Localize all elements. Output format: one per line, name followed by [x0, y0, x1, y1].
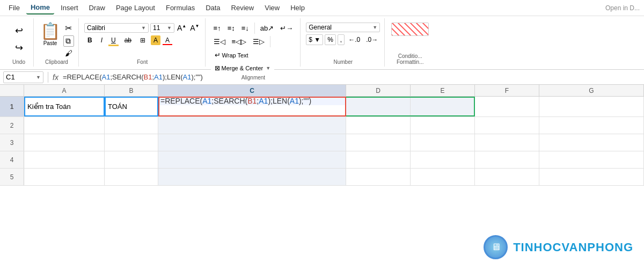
cell-e1[interactable] — [411, 97, 475, 116]
col-header-e[interactable]: E — [411, 85, 475, 97]
col-header-b[interactable]: B — [105, 85, 158, 97]
cell-c2[interactable] — [158, 117, 346, 134]
strikethrough-button[interactable]: ab — [121, 35, 135, 46]
menu-insert[interactable]: Insert — [56, 2, 83, 14]
merge-center-button[interactable]: ⊠ Merge & Center ▼ — [211, 63, 275, 74]
formula-input[interactable]: =REPLACE(A1;SEARCH(B1;A1);LEN(A1);"") — [63, 73, 641, 81]
col-header-c[interactable]: C — [158, 85, 346, 97]
underline-button[interactable]: U — [108, 35, 119, 46]
cell-d2[interactable] — [346, 117, 411, 134]
align-top-button[interactable]: ≡↑ — [211, 23, 224, 34]
col-header-d[interactable]: D — [346, 85, 411, 97]
row-num-4[interactable]: 4 — [0, 151, 24, 168]
redo-button[interactable]: ↪ — [14, 41, 24, 55]
cell-g3[interactable] — [539, 134, 644, 151]
decrease-font-button[interactable]: A▼ — [189, 23, 200, 33]
align-middle-button[interactable]: ≡↕ — [225, 23, 238, 34]
cell-b5[interactable] — [105, 169, 158, 185]
col-header-f[interactable]: F — [475, 85, 539, 97]
cell-e5[interactable] — [411, 169, 475, 185]
number-format-arrow: ▼ — [372, 25, 377, 30]
menu-review[interactable]: Review — [227, 2, 259, 14]
align-center-button[interactable]: ≡◁▷ — [229, 36, 250, 47]
cell-b4[interactable] — [105, 151, 158, 168]
cell-f4[interactable] — [475, 151, 539, 168]
font-size-selector[interactable]: 11 ▼ — [150, 23, 174, 33]
cell-c1-formula: =REPLACE(A1;SEARCH(B1;A1);LEN(A1);"") — [160, 97, 311, 105]
border-button[interactable]: ⊞ — [137, 35, 149, 46]
increase-indent-button[interactable]: ↵→ — [277, 23, 296, 34]
align-bottom-button[interactable]: ≡↓ — [239, 23, 252, 34]
conditional-formatting-preview[interactable] — [391, 23, 429, 36]
cell-g2[interactable] — [539, 117, 644, 134]
cell-b2[interactable] — [105, 117, 158, 134]
wrap-text-label: Wrap Text — [222, 52, 248, 59]
ribbon-group-alignment: ≡↑ ≡↕ ≡↓ ab↗ ↵→ ☰◁ ≡◁▷ ☰▷ ↵ Wrap Text — [207, 18, 301, 67]
decrease-decimal-button[interactable]: ←.0 — [346, 35, 362, 45]
font-name-dropdown-arrow: ▼ — [141, 25, 146, 31]
font-name-value: Calibri — [87, 24, 105, 32]
row-num-1[interactable]: 1 — [0, 97, 24, 116]
cell-a4[interactable] — [24, 151, 105, 168]
row-num-5[interactable]: 5 — [0, 169, 24, 185]
cell-f2[interactable] — [475, 117, 539, 134]
cell-g4[interactable] — [539, 151, 644, 168]
increase-decimal-button[interactable]: .0→ — [364, 35, 380, 45]
cell-d3[interactable] — [346, 134, 411, 151]
bold-button[interactable]: B — [84, 35, 96, 46]
cell-b1[interactable]: TOÁN — [105, 97, 158, 116]
cell-d5[interactable] — [346, 169, 411, 185]
cell-a1[interactable]: Kiểm tra Toán — [24, 97, 105, 116]
percent-button[interactable]: % — [325, 34, 336, 45]
cell-b3[interactable] — [105, 134, 158, 151]
cell-f1[interactable] — [475, 97, 539, 116]
cell-d4[interactable] — [346, 151, 411, 168]
undo-button[interactable]: ↩ — [14, 24, 24, 38]
cell-c1[interactable]: =REPLACE(A1;SEARCH(B1;A1);LEN(A1);"") — [158, 97, 346, 105]
menu-view[interactable]: View — [260, 2, 284, 14]
cell-c4[interactable] — [158, 151, 346, 168]
cell-c5[interactable] — [158, 169, 346, 185]
cell-reference-box[interactable]: C1 ▼ — [3, 71, 43, 83]
cell-a5[interactable] — [24, 169, 105, 185]
italic-button[interactable]: I — [98, 35, 106, 46]
cell-g5[interactable] — [539, 169, 644, 185]
cut-button[interactable]: ✂ — [63, 23, 74, 34]
copy-button[interactable]: ⧉ — [63, 35, 74, 47]
col-header-a[interactable]: A — [24, 85, 105, 97]
cell-f3[interactable] — [475, 134, 539, 151]
row-num-3[interactable]: 3 — [0, 134, 24, 151]
cell-g1[interactable] — [539, 97, 644, 116]
cell-c3[interactable] — [158, 134, 346, 151]
fill-color-button[interactable]: A — [151, 35, 160, 45]
row-num-2[interactable]: 2 — [0, 117, 24, 134]
menu-file[interactable]: File — [4, 2, 24, 14]
cell-f5[interactable] — [475, 169, 539, 185]
menu-data[interactable]: Data — [201, 2, 224, 14]
cell-e2[interactable] — [411, 117, 475, 134]
cell-a2[interactable] — [24, 117, 105, 134]
font-color-button[interactable]: A — [163, 35, 172, 45]
orientation-button[interactable]: ab↗ — [258, 23, 276, 34]
merge-icon: ⊠ — [215, 64, 220, 72]
cell-e3[interactable] — [411, 134, 475, 151]
cell-e4[interactable] — [411, 151, 475, 168]
increase-font-button[interactable]: A▲ — [176, 23, 187, 33]
align-right-button[interactable]: ☰▷ — [250, 36, 267, 47]
menu-home[interactable]: Home — [26, 1, 54, 14]
currency-button[interactable]: $ ▼ — [306, 34, 323, 45]
number-format-selector[interactable]: General ▼ — [306, 23, 380, 32]
menu-formulas[interactable]: Formulas — [162, 2, 199, 14]
comma-button[interactable]: , — [338, 34, 345, 45]
format-painter-button[interactable]: 🖌 — [63, 48, 74, 58]
col-header-g[interactable]: G — [539, 85, 644, 97]
paste-button[interactable]: 📋 Paste — [39, 20, 61, 47]
cell-d1[interactable] — [346, 97, 411, 116]
font-name-selector[interactable]: Calibri ▼ — [84, 23, 149, 33]
menu-help[interactable]: Help — [286, 2, 309, 14]
cell-a3[interactable] — [24, 134, 105, 151]
menu-page-layout[interactable]: Page Layout — [112, 2, 159, 14]
align-left-button[interactable]: ☰◁ — [211, 36, 228, 47]
menu-draw[interactable]: Draw — [85, 2, 109, 14]
wrap-text-button[interactable]: ↵ Wrap Text — [211, 49, 252, 61]
